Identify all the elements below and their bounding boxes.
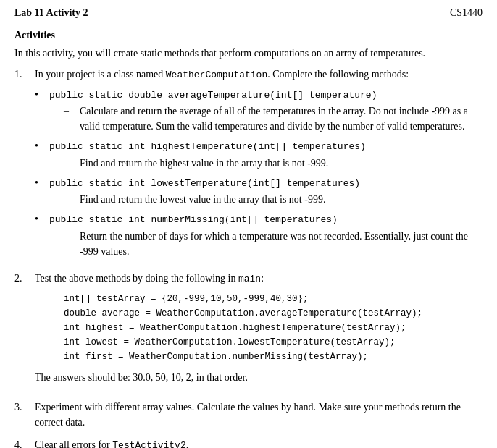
method-desc-2: – Find and return the highest value in t… <box>64 156 483 171</box>
lab-title: Lab 11 Activity 2 <box>14 7 88 19</box>
method-desc-1: – Calculate and return the average of al… <box>64 103 483 134</box>
list-item-2: 2. Test the above methods by doing the f… <box>14 271 483 393</box>
item-1-content: In your project is a class named Weather… <box>35 67 483 263</box>
method-item-1: • public static double averageTemperatur… <box>35 87 483 135</box>
method-signature-3: public static int lowestTemperature(int[… <box>49 178 360 189</box>
item-4-num: 4. <box>14 437 35 448</box>
code-block: int[] testArray = {20,-999,10,50,-999,40… <box>64 292 483 364</box>
page-header: Lab 11 Activity 2 CS1440 <box>14 7 483 19</box>
item-4-content: Clear all errors for TestActivity2. <box>35 437 483 448</box>
method-item-4: • public static int numberMissing(int[] … <box>35 211 483 259</box>
list-item-4: 4. Clear all errors for TestActivity2. <box>14 437 483 448</box>
list-item-1: 1. In your project is a class named Weat… <box>14 67 483 263</box>
item-2-content: Test the above methods by doing the foll… <box>35 271 483 393</box>
header-divider <box>14 22 483 22</box>
list-item-3: 3. Experiment with different array value… <box>14 400 483 430</box>
intro-paragraph: In this activity, you will create static… <box>14 46 483 61</box>
item-3-content: Experiment with different array values. … <box>35 400 483 430</box>
method-list: • public static double averageTemperatur… <box>35 87 483 259</box>
class-name-2: TestActivity2 <box>112 440 185 448</box>
section-heading: Activities <box>14 30 483 41</box>
method-desc-4: – Return the number of days for which a … <box>64 229 483 259</box>
method-desc-3: – Find and return the lowest value in th… <box>64 192 483 207</box>
method-signature-1: public static double averageTemperature(… <box>49 90 377 101</box>
method-signature-4: public static int numberMissing(int[] te… <box>49 214 338 225</box>
item-2-num: 2. <box>14 271 35 393</box>
method-item-2: • public static int highestTemperature(i… <box>35 138 483 171</box>
course-code: CS1440 <box>450 7 483 19</box>
item-3-num: 3. <box>14 400 35 430</box>
class-name-1: WeatherComputation <box>166 69 267 80</box>
item-1-num: 1. <box>14 67 35 263</box>
activity-list: 1. In your project is a class named Weat… <box>14 67 483 448</box>
method-item-3: • public static int lowestTemperature(in… <box>35 175 483 208</box>
answers-line: The answers should be: 30.0, 50, 10, 2, … <box>35 370 483 385</box>
method-signature-2: public static int highestTemperature(int… <box>49 141 366 152</box>
